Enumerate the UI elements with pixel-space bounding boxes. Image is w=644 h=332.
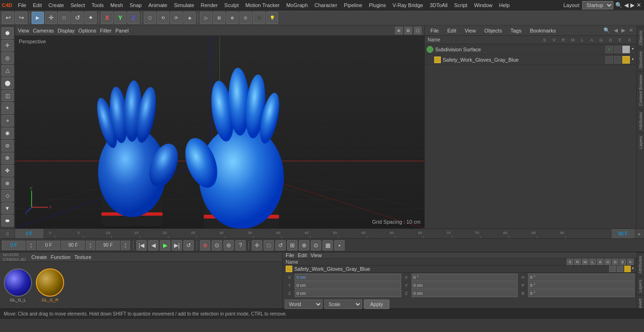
left-tool-11[interactable]: ✤ <box>1 165 14 177</box>
viewport-menu-filter[interactable]: Filter <box>100 28 111 33</box>
viewport-menu-view[interactable]: View <box>18 28 29 33</box>
mat-menu-create[interactable]: Create <box>32 254 47 260</box>
left-tool-12[interactable]: ⊗ <box>1 178 14 189</box>
coord-h-val[interactable]: 0 ° <box>528 274 635 281</box>
undo-button[interactable]: ↩ <box>2 12 14 24</box>
timeline-end-frame[interactable]: 90 F <box>611 228 635 239</box>
frame-stepper[interactable]: ▲ ▼ <box>26 241 36 250</box>
menu-sculpt[interactable]: Sculpt <box>222 1 242 9</box>
menu-animate[interactable]: Animate <box>146 1 170 9</box>
coord-b-val[interactable]: 0 ° <box>528 290 635 297</box>
coord-y-pos[interactable]: 0 cm <box>295 282 401 289</box>
left-tool-2[interactable]: ◎ <box>1 52 14 64</box>
mat-menu-texture[interactable]: Texture <box>74 254 91 260</box>
menu-create[interactable]: Create <box>46 1 67 9</box>
left-tool-13[interactable]: ◇ <box>1 190 14 202</box>
redo-button[interactable]: ↪ <box>15 12 27 24</box>
sub-icon-2[interactable] <box>614 46 621 53</box>
glove-color-swatch[interactable] <box>622 56 630 64</box>
right-tab-content-browser[interactable]: Content Browser <box>637 71 644 109</box>
search-icon[interactable]: 🔍 <box>615 2 622 8</box>
menu-3dtoall[interactable]: 3DToAll <box>427 1 450 9</box>
transform-tool-button[interactable]: ✦ <box>84 12 97 24</box>
menu-help[interactable]: Help <box>496 1 513 9</box>
start-frame-input[interactable]: 90 F <box>61 241 85 250</box>
attr-object-row[interactable]: Safety_Work_Gloves_Gray_Blue • <box>283 266 636 273</box>
loop-button[interactable]: ↺ <box>183 240 194 251</box>
grid-button[interactable]: ⊞ <box>287 240 297 251</box>
object-row-gloves[interactable]: Safety_Work_Gloves_Gray_Blue • <box>425 55 636 65</box>
scale-dropdown[interactable]: Scale <box>324 300 362 309</box>
left-tool-7[interactable]: ⌖ <box>1 115 14 127</box>
viewport-menu-display[interactable]: Display <box>58 28 74 33</box>
menu-mograph[interactable]: MoGraph <box>283 1 311 9</box>
step-back-button[interactable]: ◀ <box>148 240 158 251</box>
left-tool-15[interactable]: ⬬ <box>1 215 14 227</box>
material-thumb-1[interactable]: GL_G_L <box>4 268 32 302</box>
rotate2-button[interactable]: ↺ <box>275 240 286 251</box>
coord-x-rot[interactable]: 0 ° <box>412 274 518 281</box>
apply-button[interactable]: Apply <box>364 300 389 309</box>
snap-button[interactable]: ✛ <box>252 240 262 251</box>
object-row-subdivision[interactable]: Subdivision Surface ✓ • <box>425 44 636 55</box>
frame-input-field[interactable]: 0 F <box>37 241 60 250</box>
keyframe-button[interactable]: ⊙ <box>212 240 222 251</box>
small-square-button[interactable]: ▪ <box>334 240 345 251</box>
timeline-start-frame[interactable]: 0 F <box>15 228 43 239</box>
attr-tab-attributes[interactable]: Attributes <box>637 252 644 276</box>
menu-character[interactable]: Character <box>312 1 340 9</box>
attr-menu-file[interactable]: File <box>286 252 294 258</box>
render-settings-button[interactable]: ◈ <box>183 12 196 24</box>
rotate-tool-button[interactable]: ↺ <box>71 12 83 24</box>
obj-menu-edit[interactable]: Edit <box>444 27 460 34</box>
coord-y-rot[interactable]: 0 cm <box>412 282 518 289</box>
play-button[interactable]: ▶ <box>160 240 170 251</box>
material-thumb-2[interactable]: GL_G_R <box>36 268 64 302</box>
menu-edit[interactable]: Edit <box>30 1 45 9</box>
left-tool-8[interactable]: ◉ <box>1 128 14 139</box>
timeline-ruler[interactable]: 0 5 10 15 20 25 30 35 40 45 50 <box>43 228 611 239</box>
obj-menu-bookmarks[interactable]: Bookmarks <box>526 27 560 34</box>
y-axis-button[interactable]: Y <box>114 12 126 24</box>
vp-ctrl-3[interactable]: ⬡ <box>414 27 421 34</box>
close-icon[interactable]: ✕ <box>636 2 641 8</box>
attr-menu-edit[interactable]: Edit <box>298 252 307 258</box>
menu-tools[interactable]: Tools <box>89 1 107 9</box>
go-start-button[interactable]: |◀ <box>136 240 147 251</box>
left-tool-10[interactable]: ⊕ <box>1 153 14 164</box>
close-icon[interactable]: ✕ <box>627 27 635 33</box>
vp-ctrl-2[interactable]: ⊞ <box>405 27 412 34</box>
deformer-button[interactable]: ⊙ <box>239 12 252 24</box>
right-tab-layers[interactable]: Layers <box>637 133 644 152</box>
grid2-button[interactable]: ▦ <box>322 240 333 251</box>
viewport[interactable]: View Cameras Display Options Filter Pane… <box>15 25 424 228</box>
right-icon[interactable]: ▶ <box>630 2 635 8</box>
right-tab-attributes[interactable]: Attributes <box>637 109 644 133</box>
attr-tab-layers[interactable]: Layers <box>637 276 644 295</box>
viewport-menu-options[interactable]: Options <box>78 28 96 33</box>
record-button[interactable]: ⊛ <box>200 240 210 251</box>
mode-button[interactable]: □ <box>264 240 274 251</box>
left-icon[interactable]: ◀ <box>624 2 628 8</box>
right-tab-objects[interactable]: Objects <box>637 27 644 48</box>
viewport-canvas[interactable]: X Y Z <box>15 36 424 228</box>
move-tool-button[interactable]: ✛ <box>45 12 57 24</box>
spline-button[interactable]: ⊞ <box>213 12 225 24</box>
right-tab-structure[interactable]: Structure <box>637 48 644 72</box>
timeline-expand-btn[interactable]: ▸ <box>635 228 644 239</box>
menu-pipeline[interactable]: Pipeline <box>341 1 365 9</box>
menu-window[interactable]: Window <box>471 1 495 9</box>
left-arrow-icon[interactable]: ◀ <box>612 27 619 33</box>
left-tool-14[interactable]: ▼ <box>1 202 14 214</box>
menu-script[interactable]: Script <box>451 1 470 9</box>
glove-icon-2[interactable] <box>614 56 621 64</box>
sub-color-swatch[interactable] <box>622 46 630 53</box>
object-button[interactable]: ▷ <box>200 12 212 24</box>
obj-menu-tags[interactable]: Tags <box>507 27 525 34</box>
end-frame-input[interactable]: 90 F <box>96 241 120 250</box>
start-frame-stepper[interactable]: ▲ ▼ <box>86 241 95 250</box>
world-dropdown[interactable]: World <box>285 300 322 309</box>
coord-z-rot[interactable]: 0 cm <box>412 290 518 297</box>
nurbs-button[interactable]: ⊕ <box>226 12 239 24</box>
coord-p-val[interactable]: 0 ° <box>528 282 635 289</box>
